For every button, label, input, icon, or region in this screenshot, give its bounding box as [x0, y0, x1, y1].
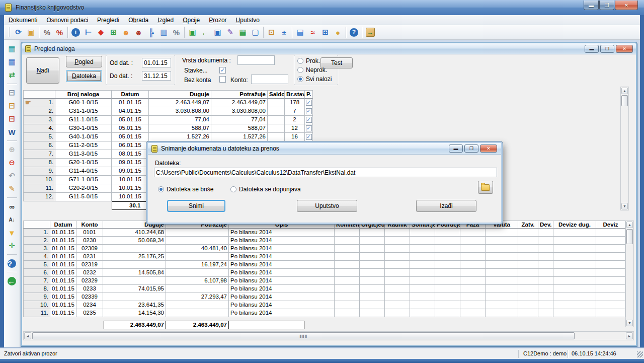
child-close-button[interactable]: ✕ [616, 45, 633, 53]
items-row[interactable]: 11.01.01.15023514.154,30Po bilansu 2014 [23, 309, 625, 317]
scroll-thumb[interactable] [621, 95, 628, 106]
save-button[interactable]: Snimi [167, 200, 225, 212]
menu-opcije[interactable]: Opcije [178, 16, 204, 25]
items-hscrollbar[interactable]: ◄ ▮▮▮ ► [23, 331, 634, 340]
word-export-button[interactable]: W [6, 126, 19, 138]
dialog-maximize-button[interactable]: ❐ [464, 144, 478, 153]
scroll-right-arrow[interactable]: ► [626, 332, 633, 339]
bez-konta-checkbox[interactable] [219, 76, 226, 83]
menu-prozor[interactable]: Prozor [204, 16, 231, 25]
menu-uputstvo[interactable]: Uputstvo [231, 16, 264, 25]
orders-row[interactable]: 1.☛G00-1-0/1501.01.152.463.449,072.463.4… [23, 99, 313, 107]
stavke-checkbox[interactable]: ✓ [219, 67, 226, 74]
browse-folder-button[interactable] [478, 181, 493, 194]
child-minimize-button[interactable]: ▬ [585, 45, 599, 53]
save-all-button[interactable]: ▦ [6, 56, 19, 68]
dialog-close-button[interactable]: ✕ [480, 144, 497, 153]
plus-minus-button[interactable]: ± [278, 26, 290, 39]
radio-file-append[interactable]: Datoteka se dopunjava [230, 186, 301, 193]
scroll-up-arrow[interactable]: ▲ [626, 222, 633, 228]
document-info-button[interactable]: i [69, 26, 82, 39]
orders-vscrollbar[interactable]: ▲ ▼ [620, 87, 629, 210]
items-row[interactable]: 3.01.01.150230940.481,40Po bilansu 2014 [23, 245, 625, 253]
user-button[interactable]: ☻ [132, 26, 145, 39]
radio-button[interactable] [297, 67, 303, 73]
copy-window-button[interactable]: ▣ [186, 26, 199, 39]
menu-osnovni-podaci[interactable]: Osnovni podaci [42, 16, 93, 25]
radio-button[interactable] [230, 186, 236, 192]
folder-options-button[interactable]: ▣ [25, 26, 37, 39]
processed-checkbox[interactable]: ✓ [306, 117, 312, 123]
filter-button[interactable]: ▼ [6, 227, 19, 239]
orders-row[interactable]: 5.G40-1-0/1505.01.151.527,261.527,2616✓ [23, 133, 313, 141]
radio-file-delete[interactable]: Datoteka se briše [158, 186, 213, 193]
processed-checkbox[interactable]: ✓ [306, 125, 312, 131]
print-fast-button[interactable]: ⊟ [6, 100, 19, 112]
view-button[interactable]: Pogled [66, 56, 102, 67]
refresh-documents-button[interactable]: ⟳ [12, 26, 25, 39]
from-date-field[interactable]: 01.01.15 [142, 58, 171, 67]
menu-izgled[interactable]: Izgled [153, 16, 178, 25]
processed-checkbox[interactable]: ✓ [306, 108, 312, 114]
items-row[interactable]: 2.01.01.15023050.069,34Po bilansu 2014 [23, 237, 625, 245]
monitor-currency-button[interactable]: ▥ [157, 26, 170, 39]
percent-document-button[interactable]: % [170, 26, 183, 39]
structure-button[interactable]: ⊞ [319, 26, 332, 39]
items-row[interactable]: 4.01.01.15023125.176,25Po bilansu 2014 [23, 253, 625, 261]
to-date-field[interactable]: 31.12.15 [142, 71, 171, 81]
person-button[interactable]: ☻ [120, 26, 132, 39]
menu-dokumenti[interactable]: Dokumenti [4, 16, 42, 25]
radio-button[interactable] [158, 186, 164, 192]
import-window-button[interactable]: ← [199, 26, 211, 39]
window-script-button[interactable]: ▢ [249, 26, 262, 39]
fit-window-button[interactable]: ✛ [6, 240, 19, 252]
find-button[interactable]: ∞ [6, 200, 19, 212]
file-button[interactable]: Datoteka [66, 70, 102, 82]
grid-button[interactable]: ▤ [294, 26, 306, 39]
scroll-down-arrow[interactable]: ▼ [621, 203, 628, 209]
save-button[interactable]: ▦ [6, 43, 19, 55]
items-row[interactable]: 1.01.01.150101410.244,68Po bilansu 2014 [23, 229, 625, 237]
org-scheme-button[interactable]: ⊞ [107, 26, 120, 39]
percent-settings-button[interactable]: % [41, 26, 53, 39]
doc-type-field[interactable] [237, 55, 275, 65]
child-maximize-button[interactable]: ❐ [600, 45, 614, 53]
remove-button[interactable]: ⊖ [6, 157, 19, 169]
konto-field[interactable] [251, 75, 288, 84]
scroll-left-arrow[interactable]: ◄ [24, 332, 31, 339]
orders-row[interactable]: 2.G31-1-0/1504.01.153.030.808,003.030.80… [23, 107, 313, 116]
find-button[interactable]: Nađi [26, 57, 59, 84]
add-button[interactable]: ⊕ [6, 143, 19, 156]
print-cancel-button[interactable]: ⊟ [6, 113, 19, 125]
help-button[interactable]: ? [348, 26, 360, 39]
scroll-thumb[interactable] [626, 229, 633, 244]
tree-view-button[interactable]: ⊢ [82, 26, 95, 39]
scroll-thumb[interactable]: ▮▮▮ [32, 332, 575, 339]
items-row[interactable]: 5.01.01.150231916.197,24Po bilansu 2014 [23, 261, 625, 269]
resize-grip[interactable] [637, 351, 643, 357]
help-button[interactable]: Uputstvo [297, 200, 357, 212]
maximize-button[interactable]: ❐ [599, 1, 614, 10]
items-row[interactable]: 6.01.01.15023214.505,84Po bilansu 2014 [23, 269, 625, 277]
radio-prok-[interactable]: Prok. [297, 57, 320, 64]
processed-checkbox[interactable]: ✓ [306, 100, 312, 106]
database-button[interactable]: ● [332, 26, 344, 39]
hierarchy-button[interactable]: ╠ [145, 26, 157, 39]
radio-button[interactable] [297, 58, 303, 64]
items-row[interactable]: 8.01.01.15023374.015,95Po bilansu 2014 [23, 285, 625, 293]
items-row[interactable]: 7.01.01.15023296.107,98Po bilansu 2014 [23, 277, 625, 285]
close-button[interactable]: ✕ [615, 1, 638, 10]
file-path-field[interactable]: C:\Users\Public\Documents\Calculus\Calcu… [154, 168, 497, 177]
items-row[interactable]: 9.01.01.150233927.293,47Po bilansu 2014 [23, 293, 625, 301]
minimize-button[interactable]: ▬ [584, 1, 599, 10]
export-file-button[interactable]: ⇄ [6, 69, 19, 81]
help-button[interactable]: ? [6, 257, 19, 269]
orders-row[interactable]: 4.G30-1-0/1505.01.15588,07588,0712✓ [23, 124, 313, 133]
percent-book-button[interactable]: % [53, 26, 66, 39]
scroll-down-arrow[interactable]: ▼ [626, 320, 633, 326]
back-button[interactable]: ← [6, 275, 19, 287]
radio-button[interactable] [297, 76, 303, 82]
menu-pregledi[interactable]: Pregledi [93, 16, 124, 25]
sort-az-button[interactable]: A↓ [6, 213, 19, 226]
undo-button[interactable]: ↶ [6, 170, 19, 182]
